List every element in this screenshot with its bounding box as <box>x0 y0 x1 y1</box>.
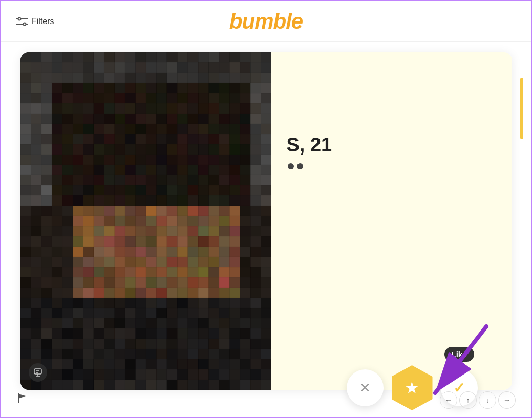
profile-dots <box>287 162 497 170</box>
svg-point-11 <box>288 163 294 169</box>
report-icon <box>33 368 42 377</box>
nav-down-button[interactable]: ↓ <box>479 391 496 409</box>
nav-up-button[interactable]: ↑ <box>459 391 477 409</box>
profile-card: S, 21 ✕ ★ <box>20 52 512 390</box>
navigation-arrows: ← ↑ ↓ → <box>440 391 516 409</box>
activity-icon <box>287 162 304 170</box>
like-tooltip: Like <box>444 347 474 362</box>
svg-rect-6 <box>34 369 41 374</box>
profile-name: S, 21 <box>287 134 497 156</box>
flag-button[interactable] <box>16 392 28 406</box>
report-button[interactable] <box>29 363 47 382</box>
nav-right-button[interactable]: → <box>498 391 516 409</box>
nav-left-button[interactable]: ← <box>440 391 457 409</box>
main-content: S, 21 ✕ ★ <box>1 42 531 418</box>
header: Filters bumble <box>1 1 531 42</box>
svg-point-3 <box>24 23 26 25</box>
svg-point-12 <box>297 163 303 169</box>
flag-icon <box>16 392 28 404</box>
pass-button[interactable]: ✕ <box>347 369 384 406</box>
filters-icon <box>16 17 28 26</box>
pass-icon: ✕ <box>359 380 371 396</box>
filters-button[interactable]: Filters <box>16 17 54 26</box>
filters-label: Filters <box>32 17 54 26</box>
profile-info: S, 21 ✕ ★ <box>271 52 512 390</box>
app-logo: bumble <box>229 9 303 34</box>
superlike-button[interactable]: ★ <box>392 365 433 410</box>
scroll-indicator <box>520 78 523 139</box>
svg-point-0 <box>18 17 21 20</box>
profile-photo <box>20 52 271 390</box>
superlike-icon: ★ <box>405 378 419 398</box>
